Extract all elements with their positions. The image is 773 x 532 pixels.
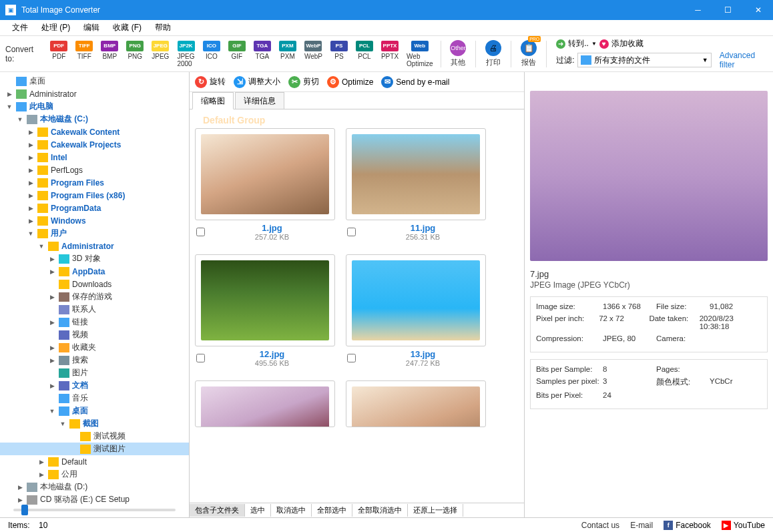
- thumb-card[interactable]: 1.jpg257.02 KB: [195, 128, 335, 244]
- tree-item-2[interactable]: ▼此电脑: [0, 100, 189, 113]
- tab-details[interactable]: 详细信息: [235, 92, 284, 109]
- tree-item-10[interactable]: ▶ProgramData: [0, 202, 189, 214]
- maximize-button[interactable]: ☐: [713, 0, 743, 20]
- thumb-card[interactable]: 12.jpg495.56 KB: [195, 254, 335, 370]
- advanced-filter-link[interactable]: Advanced filter: [720, 51, 768, 69]
- format-pxm[interactable]: PXMPXM: [276, 39, 300, 69]
- format-ps[interactable]: PSPS: [327, 39, 351, 69]
- other-formats-button[interactable]: Other 其他: [445, 39, 471, 69]
- thumb-checkbox[interactable]: [347, 354, 356, 362]
- format-jpeg[interactable]: JPEGJPEG: [148, 39, 172, 69]
- tree-item-8[interactable]: ▶Program Files: [0, 176, 189, 189]
- format-tga[interactable]: TGATGA: [250, 39, 274, 69]
- thumb-card[interactable]: [195, 380, 335, 427]
- tree-item-21[interactable]: ▶收藏夹: [0, 341, 189, 354]
- thumb-card[interactable]: 13.jpg247.72 KB: [346, 254, 486, 370]
- ps-icon: PS: [330, 41, 348, 51]
- tree-item-22[interactable]: ▶搜索: [0, 354, 189, 366]
- tree-item-27[interactable]: ▼截图: [0, 417, 189, 430]
- add-favorite-button[interactable]: ♥ 添加收藏: [599, 38, 643, 49]
- resize-icon: ⇲: [234, 76, 246, 88]
- tree-item-5[interactable]: ▶Cakewalk Projects: [0, 138, 189, 151]
- tree-item-12[interactable]: ▼用户: [0, 227, 189, 240]
- tree-item-28[interactable]: 测试视频: [0, 430, 189, 443]
- format-jpeg 2000[interactable]: JP2KJPEG 2000: [174, 39, 198, 69]
- format-ico[interactable]: ICOICO: [200, 39, 224, 69]
- tree-item-24[interactable]: ▶文档: [0, 379, 189, 392]
- tree-item-29[interactable]: 测试图片: [0, 443, 189, 455]
- tree-item-16[interactable]: Downloads: [0, 278, 189, 290]
- rotate-button[interactable]: ↻旋转: [195, 76, 226, 88]
- selection-btn-3[interactable]: 全部选中: [312, 504, 352, 517]
- tree-caret-icon: ▶: [27, 154, 35, 161]
- close-button[interactable]: ✕: [743, 0, 773, 20]
- tree-item-3[interactable]: ▼本地磁盘 (C:): [0, 113, 189, 125]
- facebook-link[interactable]: f Facebook: [664, 521, 711, 530]
- minimize-button[interactable]: ─: [683, 0, 713, 20]
- tree-item-7[interactable]: ▶PerfLogs: [0, 164, 189, 176]
- folder-tree[interactable]: 桌面▶Administrator▼此电脑▼本地磁盘 (C:)▶Cakewalk …: [0, 72, 190, 517]
- format-web optimize[interactable]: WebWeb Optimize: [403, 39, 436, 69]
- tree-item-32[interactable]: ▶本地磁盘 (D:): [0, 481, 189, 493]
- tree-item-13[interactable]: ▼Administrator: [0, 240, 189, 252]
- zoom-slider[interactable]: [0, 506, 189, 514]
- tree-item-9[interactable]: ▶Program Files (x86): [0, 189, 189, 202]
- format-webp[interactable]: WebPWebP: [301, 39, 326, 69]
- tree-item-18[interactable]: 联系人: [0, 303, 189, 316]
- filter-dropdown[interactable]: 所有支持的文件 ▼: [577, 53, 712, 67]
- thumb-checkbox[interactable]: [347, 228, 356, 236]
- selection-btn-0[interactable]: 包含子文件夹: [190, 504, 245, 517]
- thumb-card[interactable]: 11.jpg256.31 KB: [346, 128, 486, 244]
- tree-item-20[interactable]: 视频: [0, 328, 189, 341]
- selection-btn-5[interactable]: 还原上一选择: [408, 504, 463, 517]
- tree-item-19[interactable]: ▶链接: [0, 316, 189, 328]
- youtube-link[interactable]: ▶ YouTube: [722, 521, 765, 530]
- thumb-card[interactable]: [346, 380, 486, 427]
- email-button[interactable]: ✉Send by e-mail: [381, 76, 449, 88]
- print-button[interactable]: 🖨 打印: [480, 39, 507, 69]
- folder-icon: [37, 216, 48, 226]
- tree-item-6[interactable]: ▶Intel: [0, 151, 189, 164]
- report-button[interactable]: 📋PRO 报告: [515, 39, 542, 69]
- menu-0[interactable]: 文件: [5, 20, 35, 35]
- email-link[interactable]: E-mail: [630, 521, 653, 530]
- optimize-button[interactable]: ⚙Optimize: [327, 76, 373, 88]
- menu-2[interactable]: 编辑: [77, 20, 106, 35]
- tree-item-30[interactable]: ▶Default: [0, 455, 189, 468]
- tab-thumbnail[interactable]: 缩略图: [192, 92, 234, 109]
- thumb-checkbox[interactable]: [196, 228, 205, 236]
- menu-1[interactable]: 处理 (P): [35, 20, 77, 35]
- search-icon: [59, 356, 69, 365]
- format-tiff[interactable]: TIFFTIFF: [72, 39, 96, 69]
- tree-item-26[interactable]: ▼桌面: [0, 405, 189, 417]
- menu-4[interactable]: 帮助: [148, 20, 178, 35]
- menu-3[interactable]: 收藏 (F): [106, 20, 148, 35]
- selection-btn-1[interactable]: 选中: [245, 504, 271, 517]
- tree-item-0[interactable]: 桌面: [0, 75, 189, 87]
- tree-item-4[interactable]: ▶Cakewalk Content: [0, 125, 189, 138]
- meta-key: [656, 391, 710, 399]
- convert-to-button[interactable]: ➜ 转到.. ▼: [556, 38, 597, 49]
- format-pptx[interactable]: PPTXPPTX: [378, 39, 402, 69]
- resize-button[interactable]: ⇲调整大小: [234, 76, 280, 88]
- tree-item-1[interactable]: ▶Administrator: [0, 87, 189, 100]
- tree-item-11[interactable]: ▶Windows: [0, 214, 189, 227]
- format-png[interactable]: PNGPNG: [123, 39, 147, 69]
- selection-btn-4[interactable]: 全部取消选中: [352, 504, 408, 517]
- tree-item-14[interactable]: ▶3D 对象: [0, 252, 189, 265]
- tree-item-15[interactable]: ▶AppData: [0, 265, 189, 278]
- tree-item-33[interactable]: ▶CD 驱动器 (E:) CE Setup: [0, 493, 189, 506]
- format-gif[interactable]: GIFGIF: [225, 39, 249, 69]
- tree-item-17[interactable]: ▶保存的游戏: [0, 290, 189, 303]
- tree-item-31[interactable]: ▶公用: [0, 468, 189, 481]
- format-pcl[interactable]: PCLPCL: [352, 39, 376, 69]
- thumb-checkbox[interactable]: [196, 354, 205, 362]
- format-bmp[interactable]: BMPBMP: [97, 39, 121, 69]
- crop-button[interactable]: ✂剪切: [288, 76, 319, 88]
- contact-link[interactable]: Contact us: [581, 521, 619, 530]
- tree-item-23[interactable]: 图片: [0, 366, 189, 379]
- tree-caret-icon: ▶: [27, 218, 35, 224]
- selection-btn-2[interactable]: 取消选中: [271, 504, 312, 517]
- format-pdf[interactable]: PDFPDF: [47, 39, 71, 69]
- tree-item-25[interactable]: 音乐: [0, 392, 189, 405]
